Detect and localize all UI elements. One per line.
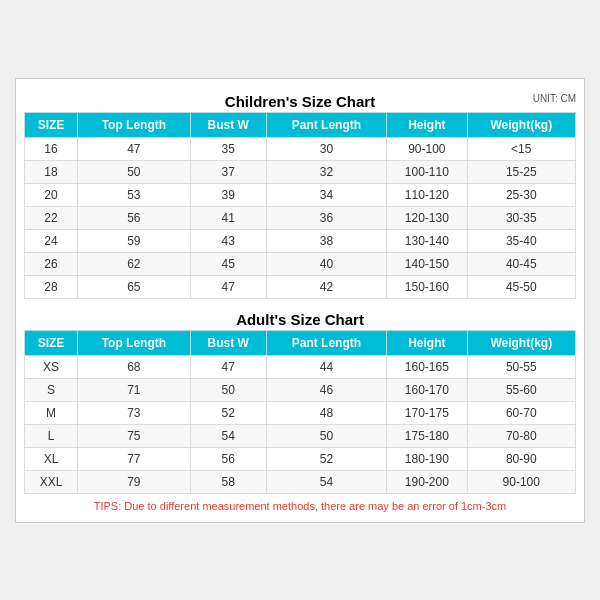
table-cell: 41 — [190, 206, 266, 229]
table-cell: 150-160 — [387, 275, 467, 298]
table-row: XS684744160-16550-55 — [25, 355, 576, 378]
col-size-c: SIZE — [25, 112, 78, 137]
table-cell: 90-100 — [387, 137, 467, 160]
table-cell: 90-100 — [467, 470, 575, 493]
table-cell: 79 — [78, 470, 191, 493]
children-title: Children's Size Chart UNIT: CM — [24, 87, 576, 112]
table-cell: 55-60 — [467, 378, 575, 401]
table-cell: 32 — [266, 160, 386, 183]
table-cell: 39 — [190, 183, 266, 206]
col-size-a: SIZE — [25, 330, 78, 355]
table-row: L755450175-18070-80 — [25, 424, 576, 447]
col-top-length-a: Top Length — [78, 330, 191, 355]
table-cell: 52 — [266, 447, 386, 470]
col-pant-c: Pant Length — [266, 112, 386, 137]
col-height-c: Height — [387, 112, 467, 137]
table-cell: 35-40 — [467, 229, 575, 252]
table-cell: <15 — [467, 137, 575, 160]
col-height-a: Height — [387, 330, 467, 355]
table-cell: 15-25 — [467, 160, 575, 183]
table-cell: 50-55 — [467, 355, 575, 378]
table-cell: 34 — [266, 183, 386, 206]
table-cell: 37 — [190, 160, 266, 183]
table-cell: 47 — [190, 275, 266, 298]
table-cell: 22 — [25, 206, 78, 229]
table-cell: L — [25, 424, 78, 447]
table-cell: 50 — [190, 378, 266, 401]
table-cell: 160-165 — [387, 355, 467, 378]
table-cell: 65 — [78, 275, 191, 298]
table-cell: 71 — [78, 378, 191, 401]
table-cell: 59 — [78, 229, 191, 252]
table-row: M735248170-17560-70 — [25, 401, 576, 424]
table-cell: 50 — [266, 424, 386, 447]
table-cell: 44 — [266, 355, 386, 378]
table-cell: 47 — [78, 137, 191, 160]
unit-label: UNIT: CM — [533, 93, 576, 104]
table-cell: 42 — [266, 275, 386, 298]
table-cell: 100-110 — [387, 160, 467, 183]
table-cell: 73 — [78, 401, 191, 424]
table-row: 20533934110-12025-30 — [25, 183, 576, 206]
table-cell: 40-45 — [467, 252, 575, 275]
tips-text: TIPS: Due to different measurement metho… — [24, 494, 576, 514]
table-cell: 160-170 — [387, 378, 467, 401]
table-cell: 26 — [25, 252, 78, 275]
children-title-text: Children's Size Chart — [225, 93, 375, 110]
adult-header-row: SIZE Top Length Bust W Pant Length Heigh… — [25, 330, 576, 355]
table-cell: 175-180 — [387, 424, 467, 447]
table-cell: 45-50 — [467, 275, 575, 298]
table-cell: 43 — [190, 229, 266, 252]
table-cell: 140-150 — [387, 252, 467, 275]
adult-title: Adult's Size Chart — [24, 305, 576, 330]
table-row: 28654742150-16045-50 — [25, 275, 576, 298]
table-cell: 58 — [190, 470, 266, 493]
table-row: XXL795854190-20090-100 — [25, 470, 576, 493]
table-row: XL775652180-19080-90 — [25, 447, 576, 470]
table-cell: 53 — [78, 183, 191, 206]
table-cell: 36 — [266, 206, 386, 229]
col-pant-a: Pant Length — [266, 330, 386, 355]
table-cell: 56 — [78, 206, 191, 229]
table-cell: 38 — [266, 229, 386, 252]
table-cell: 24 — [25, 229, 78, 252]
table-cell: XS — [25, 355, 78, 378]
table-cell: 170-175 — [387, 401, 467, 424]
table-cell: 80-90 — [467, 447, 575, 470]
table-cell: 62 — [78, 252, 191, 275]
chart-container: Children's Size Chart UNIT: CM SIZE Top … — [15, 78, 585, 523]
table-cell: 60-70 — [467, 401, 575, 424]
table-cell: 56 — [190, 447, 266, 470]
table-cell: S — [25, 378, 78, 401]
table-cell: 18 — [25, 160, 78, 183]
table-cell: XL — [25, 447, 78, 470]
table-row: 1647353090-100<15 — [25, 137, 576, 160]
table-cell: 54 — [190, 424, 266, 447]
table-cell: 40 — [266, 252, 386, 275]
table-cell: 45 — [190, 252, 266, 275]
table-cell: 77 — [78, 447, 191, 470]
table-row: S715046160-17055-60 — [25, 378, 576, 401]
table-cell: 30 — [266, 137, 386, 160]
table-cell: 47 — [190, 355, 266, 378]
col-bust-c: Bust W — [190, 112, 266, 137]
table-cell: 16 — [25, 137, 78, 160]
adult-title-text: Adult's Size Chart — [236, 311, 364, 328]
col-weight-c: Weight(kg) — [467, 112, 575, 137]
table-cell: 120-130 — [387, 206, 467, 229]
children-table: SIZE Top Length Bust W Pant Length Heigh… — [24, 112, 576, 299]
table-cell: 52 — [190, 401, 266, 424]
table-cell: 70-80 — [467, 424, 575, 447]
table-row: 24594338130-14035-40 — [25, 229, 576, 252]
table-cell: 35 — [190, 137, 266, 160]
table-cell: XXL — [25, 470, 78, 493]
table-cell: 110-120 — [387, 183, 467, 206]
children-header-row: SIZE Top Length Bust W Pant Length Heigh… — [25, 112, 576, 137]
table-cell: 54 — [266, 470, 386, 493]
adult-table: SIZE Top Length Bust W Pant Length Heigh… — [24, 330, 576, 494]
table-cell: M — [25, 401, 78, 424]
table-cell: 180-190 — [387, 447, 467, 470]
table-cell: 48 — [266, 401, 386, 424]
table-cell: 190-200 — [387, 470, 467, 493]
table-cell: 28 — [25, 275, 78, 298]
